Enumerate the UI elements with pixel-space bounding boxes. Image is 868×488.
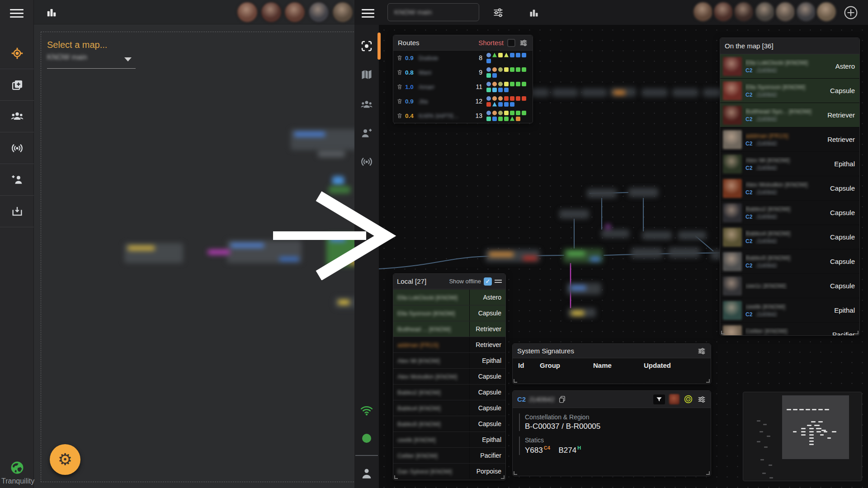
- trash-icon[interactable]: [396, 84, 403, 90]
- sidebar-item-add-window[interactable]: [0, 69, 34, 101]
- map-node[interactable]: [628, 188, 658, 197]
- resize-handle[interactable]: [721, 331, 725, 334]
- sidebar-item-locate[interactable]: [0, 38, 34, 69]
- system-chip[interactable]: [492, 88, 497, 92]
- system-chip[interactable]: [510, 67, 514, 72]
- system-chip[interactable]: [510, 111, 514, 115]
- settings-sliders-icon[interactable]: [519, 38, 528, 47]
- system-chip[interactable]: [498, 53, 503, 57]
- resize-handle[interactable]: [514, 379, 517, 383]
- map-node[interactable]: [552, 89, 578, 97]
- avatar[interactable]: [669, 394, 679, 404]
- settings-fab[interactable]: ⚙: [50, 444, 80, 475]
- route-row[interactable]: 0.9 Jita 12: [393, 94, 533, 108]
- system-chip[interactable]: [486, 59, 491, 63]
- column-header[interactable]: Name: [593, 361, 644, 369]
- sidebar-item-broadcast[interactable]: [0, 132, 34, 164]
- toolbar-item-profile[interactable]: [354, 467, 379, 480]
- map-node[interactable]: [581, 89, 607, 97]
- system-chip[interactable]: [510, 102, 514, 107]
- map-node[interactable]: [631, 248, 663, 258]
- system-chip[interactable]: [486, 67, 491, 72]
- trash-icon[interactable]: [396, 113, 403, 119]
- map-node[interactable]: [610, 88, 636, 97]
- system-chip[interactable]: [492, 117, 497, 121]
- avatar[interactable]: [775, 1, 796, 22]
- pilot-row[interactable]: Celiter [KNOW] C2 J140642 Pacifier: [720, 323, 859, 336]
- map-node[interactable]: [208, 250, 230, 254]
- system-chip[interactable]: [504, 67, 509, 72]
- system-chip[interactable]: [504, 111, 509, 115]
- map-node[interactable]: [642, 89, 668, 97]
- avatar[interactable]: [260, 1, 282, 23]
- avatar[interactable]: [332, 1, 354, 23]
- route-mode-toggle[interactable]: Shortest: [478, 39, 504, 47]
- system-chip[interactable]: [486, 96, 491, 101]
- system-chip[interactable]: [492, 82, 497, 86]
- map-node[interactable]: [559, 210, 589, 219]
- resize-handle[interactable]: [855, 331, 859, 334]
- system-chip[interactable]: [516, 111, 520, 115]
- route-row[interactable]: 1.0 Amarr 11: [393, 80, 533, 94]
- chevron-down-icon[interactable]: [124, 57, 132, 61]
- system-chip[interactable]: [498, 117, 503, 121]
- system-chip[interactable]: [498, 88, 503, 92]
- trash-icon[interactable]: [396, 55, 403, 61]
- toolbar-item-map[interactable]: [354, 68, 379, 81]
- pilot-row[interactable]: Babko5 [KNOW] C2 J140642 Capsule: [720, 249, 859, 274]
- menu-icon[interactable]: [10, 9, 24, 18]
- toolbar-item-people[interactable]: [354, 99, 379, 111]
- system-chip[interactable]: [522, 82, 526, 86]
- sidebar-item-import[interactable]: [0, 196, 34, 227]
- pilot-row[interactable]: Ella LokClocki [KNOW] C2 J140642 Astero: [720, 54, 859, 79]
- pilot-row[interactable]: Ella Syonson [KNOW] C2 J140642 Capsule: [720, 79, 859, 103]
- system-chip[interactable]: [486, 102, 491, 107]
- pilot-row[interactable]: Babko4 [KNOW] C2 J140642 Capsule: [720, 225, 859, 249]
- system-chip[interactable]: [486, 117, 491, 121]
- map-node[interactable]: [672, 89, 698, 97]
- show-offline-checkbox[interactable]: ✓: [484, 277, 492, 286]
- map-node[interactable]: [332, 176, 344, 185]
- system-chip[interactable]: [492, 53, 497, 57]
- system-chip[interactable]: [522, 67, 526, 72]
- local-panel-header[interactable]: Local [27] Show offline ✓: [393, 274, 505, 289]
- trash-icon[interactable]: [396, 98, 403, 104]
- sidebar-item-add-person[interactable]: [0, 164, 34, 196]
- system-chip[interactable]: [486, 73, 491, 78]
- map-node[interactable]: [678, 231, 706, 239]
- system-chip[interactable]: [492, 102, 497, 107]
- map-node[interactable]: [326, 235, 354, 266]
- system-chip[interactable]: [504, 82, 509, 86]
- system-chip[interactable]: [492, 73, 497, 78]
- route-mode-checkbox[interactable]: [507, 39, 515, 47]
- column-header[interactable]: Group: [540, 361, 593, 369]
- pilot-row[interactable]: Babko2 [KNOW] C2 J140642 Capsule: [720, 201, 859, 225]
- pilot-row[interactable]: cee1c [KNOW] Capsule: [720, 274, 859, 298]
- panel-menu-icon[interactable]: [495, 280, 502, 283]
- system-chip[interactable]: [504, 88, 509, 92]
- pilot-row[interactable]: addman [FR1S] C2 J140642 Retriever: [720, 127, 859, 152]
- system-chip[interactable]: [498, 67, 503, 72]
- system-chip[interactable]: [504, 53, 509, 57]
- signatures-header[interactable]: System Signatures: [513, 344, 711, 358]
- system-chip[interactable]: [486, 88, 491, 92]
- map-node[interactable]: [606, 225, 610, 229]
- pilot-row[interactable]: Butthead Syo... [KNOW] C2 J140642 Retrie…: [720, 103, 859, 127]
- map-node[interactable]: [291, 129, 354, 150]
- map-node[interactable]: [567, 283, 601, 295]
- system-chip[interactable]: [498, 96, 503, 101]
- system-chip[interactable]: [510, 53, 514, 57]
- resize-handle[interactable]: [501, 475, 505, 479]
- toolbar-item-broadcast[interactable]: [354, 155, 379, 169]
- avatar[interactable]: [713, 1, 734, 22]
- system-chip[interactable]: [492, 96, 497, 101]
- pilot-row[interactable]: addman [FR1S] Retriever: [393, 337, 505, 352]
- column-header[interactable]: Updated: [644, 361, 671, 369]
- system-chip[interactable]: [516, 53, 520, 57]
- system-chip[interactable]: [504, 96, 509, 101]
- pilot-row[interactable]: Dan Sylvest [KNOW] Porpoise: [393, 463, 505, 479]
- map-node[interactable]: [587, 189, 617, 198]
- route-row[interactable]: 0.8 Mani 9: [393, 65, 533, 80]
- on-the-map-header[interactable]: On the map [36]: [720, 38, 859, 54]
- system-chip[interactable]: [486, 82, 491, 86]
